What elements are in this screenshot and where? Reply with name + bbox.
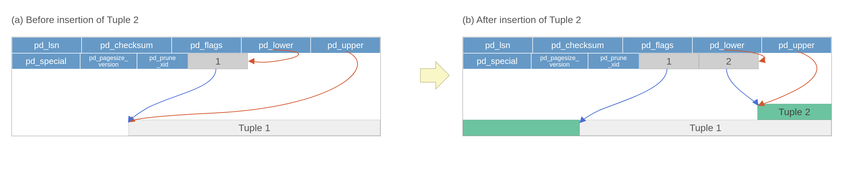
tuple-spacer-a <box>12 120 128 136</box>
tuple-row-b: Tuple 1 <box>463 120 831 136</box>
header-row2-a: pd_special pd_pagesize_ version pd_prune… <box>12 53 380 69</box>
pd-lsn-b: pd_lsn <box>463 37 533 53</box>
line-pointer-2-b: 2 <box>699 53 758 69</box>
panel-b-title: (b) After insertion of Tuple 2 <box>462 14 857 25</box>
header-row1-a: pd_lsn pd_checksum pd_flags pd_lower pd_… <box>12 37 380 53</box>
header-free-a <box>248 53 380 69</box>
pd-flags-b: pd_flags <box>623 37 692 53</box>
panel-before: (a) Before insertion of Tuple 2 pd_lsn p… <box>11 14 406 136</box>
tuple-row-a: Tuple 1 <box>12 120 380 136</box>
pd-flags: pd_flags <box>172 37 241 53</box>
big-arrow-icon <box>417 58 451 92</box>
diagram-row: (a) Before insertion of Tuple 2 pd_lsn p… <box>11 14 857 136</box>
page-box-after: pd_lsn pd_checksum pd_flags pd_lower pd_… <box>462 37 832 136</box>
tuple-1-b: Tuple 1 <box>580 120 831 136</box>
line-pointer-1-a: 1 <box>188 53 248 69</box>
pd-special-b: pd_special <box>463 53 531 69</box>
tuple2-overflow <box>463 120 580 136</box>
header-row2-b: pd_special pd_pagesize_ version pd_prune… <box>463 53 831 69</box>
header-row1-b: pd_lsn pd_checksum pd_flags pd_lower pd_… <box>463 37 831 53</box>
pd-lower-b: pd_lower <box>692 37 762 53</box>
transition-arrow-block <box>414 58 454 92</box>
line-pointer-1-b: 1 <box>639 53 699 69</box>
pd-special: pd_special <box>12 53 80 69</box>
pd-upper: pd_upper <box>311 37 380 53</box>
header-free-b <box>758 53 831 69</box>
panel-after: (b) After insertion of Tuple 2 pd_lsn pd… <box>462 14 857 136</box>
pd-prune-xid-b: pd_prune _xid <box>588 53 639 69</box>
pd-checksum: pd_checksum <box>82 37 172 53</box>
pd-lsn: pd_lsn <box>12 37 82 53</box>
page-box-before: pd_lsn pd_checksum pd_flags pd_lower pd_… <box>11 37 381 136</box>
pd-prune-xid: pd_prune _xid <box>137 53 188 69</box>
tuple-2-b: Tuple 2 <box>757 104 831 120</box>
pd-upper-b: pd_upper <box>762 37 831 53</box>
pd-pagesize-version-b: pd_pagesize_ version <box>531 53 588 69</box>
tuple-1-a: Tuple 1 <box>128 120 380 136</box>
pd-checksum-b: pd_checksum <box>533 37 623 53</box>
pd-pagesize-version: pd_pagesize_ version <box>80 53 137 69</box>
pd-lower: pd_lower <box>241 37 311 53</box>
panel-a-title: (a) Before insertion of Tuple 2 <box>11 14 406 25</box>
